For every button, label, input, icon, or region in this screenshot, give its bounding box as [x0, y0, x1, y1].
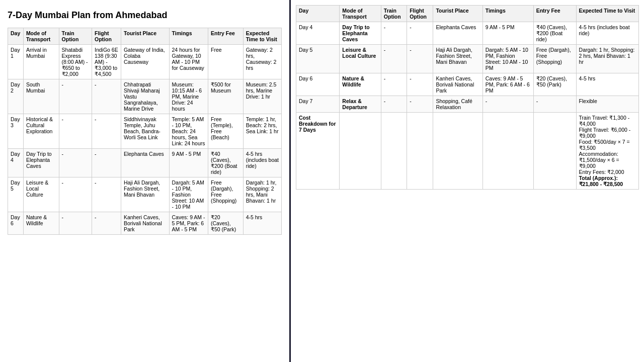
cell-flight: - [92, 114, 121, 149]
rcol-timings: Timings [482, 6, 533, 22]
cell-expected: Flexible [576, 96, 638, 113]
cell-mode: Leisure & Local Culture [340, 45, 381, 73]
cell-flight: - [92, 149, 121, 177]
cost-breakdown: Train Travel: ₹1,300 - ₹4,000Flight Trav… [576, 113, 638, 190]
cell-flight: - [92, 212, 121, 235]
cell-tourist: Gateway of India, Colaba Causeway [121, 45, 169, 79]
cell-tourist: Elephanta Caves [121, 149, 169, 177]
rcol-mode: Mode of Transport [340, 6, 381, 22]
cell-empty [407, 113, 433, 190]
cell-entry: ₹20 (Caves), ₹50 (Park) [208, 212, 243, 235]
cell-mode: Nature & Wildlife [340, 73, 381, 96]
cell-empty [482, 113, 533, 190]
table-row: Day 6Nature & Wildlife--Kanheri Caves, B… [8, 212, 282, 235]
cell-train: - [381, 96, 407, 113]
cell-expected: 4-5 hrs (includes boat ride) [576, 22, 638, 45]
cell-empty [533, 113, 576, 190]
cell-entry: - [533, 96, 576, 113]
cell-timings: Caves: 9 AM - 5 PM, Park: 6 AM - 5 PM [169, 212, 208, 235]
col-mode: Mode of Transport [23, 28, 59, 45]
cell-day: Day 6 [296, 73, 340, 96]
cell-entry: Free [208, 45, 243, 79]
cell-expected: Gateway: 2 hrs, Causeway: 2 hrs [243, 45, 281, 79]
rcol-tourist: Tourist Place [433, 6, 482, 22]
cell-train: - [381, 22, 407, 45]
cell-entry: Free (Dargah), Free (Shopping) [533, 45, 576, 73]
cell-flight: - [92, 177, 121, 212]
table-row: Cost Breakdown for 7 DaysTrain Travel: ₹… [296, 113, 639, 190]
cell-flight: - [407, 73, 433, 96]
col-timings: Timings [169, 28, 208, 45]
cell-train: - [59, 79, 92, 114]
cell-empty [433, 113, 482, 190]
table-row: Day 5Leisure & Local Culture--Haji Ali D… [8, 177, 282, 212]
cell-train: - [59, 212, 92, 235]
cell-mode: Historical & Cultural Exploration [23, 114, 59, 149]
cell-flight: - [92, 79, 121, 114]
col-expected: Expected Time to Visit [243, 28, 281, 45]
cell-tourist: Chhatrapati Shivaji Maharaj Vastu Sangra… [121, 79, 169, 114]
cell-timings: Dargah: 5 AM - 10 PM, Fashion Street: 10… [169, 177, 208, 212]
cell-day: Day 4 [296, 22, 340, 45]
cell-tourist: Siddhivinayak Temple, Juhu Beach, Bandra… [121, 114, 169, 149]
cell-day: Day 2 [8, 79, 24, 114]
cell-timings: Dargah: 5 AM - 10 PM, Fashion Street: 10… [482, 45, 533, 73]
cell-flight: - [407, 96, 433, 113]
table-row: Day 1Arrival in MumbaiShatabdi Express (… [8, 45, 282, 79]
table-row: Day 4Day Trip to Elephanta Caves--Elepha… [8, 149, 282, 177]
cell-mode: Day Trip to Elephanta Caves [23, 149, 59, 177]
col-entry: Entry Fee [208, 28, 243, 45]
cell-expected: Dargah: 1 hr, Shopping: 2 hrs, Mani Bhav… [243, 177, 281, 212]
cell-entry: Free (Temple), Free (Beach) [208, 114, 243, 149]
table-row: Day 5Leisure & Local Culture--Haji Ali D… [296, 45, 639, 73]
cell-timings: - [482, 96, 533, 113]
right-table: Day Mode of Transport Train Option Fligh… [296, 5, 639, 190]
rcol-expected: Expected Time to Visit [576, 6, 638, 22]
cell-flight: - [407, 22, 433, 45]
left-panel: 7-Day Mumbai Plan from Ahmedabad Day Mod… [0, 0, 289, 362]
cell-expected: Museum: 2.5 hrs, Marine Drive: 1 hr [243, 79, 281, 114]
cell-train: - [59, 177, 92, 212]
col-day: Day [8, 28, 24, 45]
cell-mode: Day Trip to Elephanta Caves [340, 22, 381, 45]
cell-expected: 4-5 hrs (includes boat ride) [243, 149, 281, 177]
cell-entry: ₹40 (Caves), ₹200 (Boat ride) [533, 22, 576, 45]
cell-train: - [59, 149, 92, 177]
cell-entry: ₹20 (Caves), ₹50 (Park) [533, 73, 576, 96]
table-row: Day 4Day Trip to Elephanta Caves--Elepha… [296, 22, 639, 45]
table-row: Day 7Relax & Departure--Shopping, Café R… [296, 96, 639, 113]
cell-timings: Museum: 10:15 AM - 6 PM, Marine Drive: 2… [169, 79, 208, 114]
cell-train: - [381, 73, 407, 96]
cell-mode: Arrival in Mumbai [23, 45, 59, 79]
page-title: 7-Day Mumbai Plan from Ahmedabad [8, 10, 282, 21]
rcol-day: Day [296, 6, 340, 22]
cell-tourist: Haji Ali Dargah, Fashion Street, Mani Bh… [121, 177, 169, 212]
cell-train: Shatabdi Express (8:00 AM) - ₹650 to ₹2,… [59, 45, 92, 79]
col-flight: Flight Option [92, 28, 121, 45]
cell-entry: ₹500 for Museum [208, 79, 243, 114]
rcol-flight: Flight Option [407, 6, 433, 22]
cell-tourist: Shopping, Café Relaxation [433, 96, 482, 113]
cell-day: Day 3 [8, 114, 24, 149]
cell-timings: Caves: 9 AM - 5 PM, Park: 6 AM - 6 PM [482, 73, 533, 96]
cell-day: Day 1 [8, 45, 24, 79]
col-train: Train Option [59, 28, 92, 45]
cell-flight: - [407, 45, 433, 73]
cell-tourist: Elephanta Caves [433, 22, 482, 45]
cell-expected: 4-5 hrs [243, 212, 281, 235]
cell-day: Day 6 [8, 212, 24, 235]
table-row: Day 2South Mumbai--Chhatrapati Shivaji M… [8, 79, 282, 114]
cell-empty [381, 113, 407, 190]
cell-timings: Temple: 5 AM - 10 PM, Beach: 24 hours, S… [169, 114, 208, 149]
cell-flight: IndiGo 6E 138 (9:30 AM) - ₹3,000 to ₹4,5… [92, 45, 121, 79]
rcol-train: Train Option [381, 6, 407, 22]
cell-tourist: Kanheri Caves, Borivali National Park [121, 212, 169, 235]
cell-entry: ₹40 (Caves), ₹200 (Boat ride) [208, 149, 243, 177]
cost-label: Cost Breakdown for 7 Days [296, 113, 340, 190]
cell-timings: 9 AM - 5 PM [169, 149, 208, 177]
table-row: Day 6Nature & Wildlife--Kanheri Caves, B… [296, 73, 639, 96]
left-table: Day Mode of Transport Train Option Fligh… [8, 28, 282, 235]
cell-mode: Nature & Wildlife [23, 212, 59, 235]
cell-expected: Temple: 1 hr, Beach: 2 hrs, Sea Link: 1 … [243, 114, 281, 149]
right-panel: Day Mode of Transport Train Option Fligh… [289, 0, 644, 362]
